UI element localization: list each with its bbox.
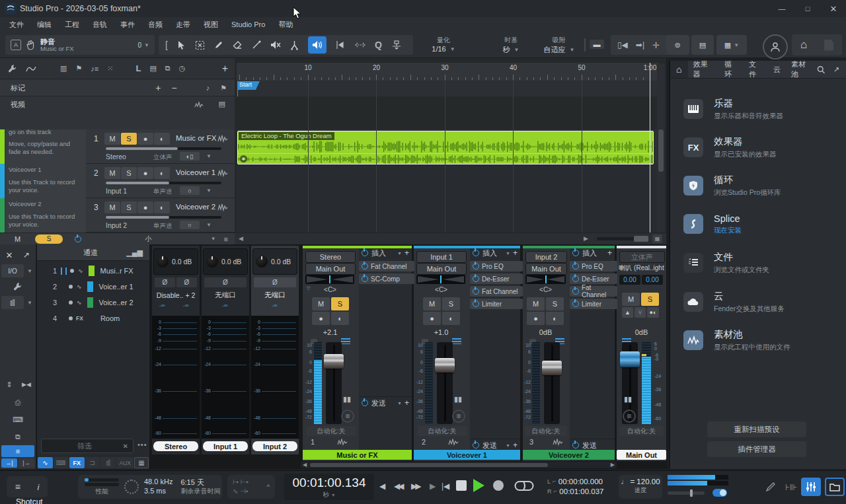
filter-more-button[interactable]: ••• [137,441,147,449]
arrow-tool[interactable] [177,40,186,50]
browser-tab-loops[interactable]: 循环 [719,59,744,79]
input-strip-name[interactable]: Input 1 [203,441,248,451]
levels-icon[interactable]: ▁▄▆ [126,248,143,257]
channel-mode-icon[interactable]: ▥ [341,410,354,423]
insert-slot[interactable]: Fat Channel [359,261,414,271]
track-notes[interactable]: Voiceover 2 Use this Track to record you… [5,198,86,233]
inserts-header[interactable]: 插入 ▼ + [359,247,412,259]
mainout-gain-value[interactable]: 0dB [617,328,666,336]
channel-monitor-button[interactable]: ◐ [546,312,564,325]
fast-forward-button[interactable]: ▶▶ [411,482,419,491]
insert-power-icon[interactable] [572,288,579,295]
browser-home-tab[interactable]: ⌂ [670,61,688,78]
ripple-icon[interactable]: ➡| [636,40,644,50]
add-insert-button[interactable]: + [404,248,409,258]
channel-mute-button[interactable]: M [312,297,330,310]
insert-slot[interactable]: De-Esser [470,273,523,284]
input-port-label[interactable]: 无端口 [251,291,299,300]
mixer-hscroll-handle[interactable] [310,463,548,467]
mainout-metronome-button[interactable]: ⑂ [634,307,646,318]
insert-power-icon[interactable] [362,275,368,282]
mixer-hscrollbar[interactable]: ◀ ▶ [301,462,617,468]
channel-record-button[interactable]: ● [423,312,441,325]
pan-control[interactable] [525,275,566,284]
eraser-tool[interactable] [233,41,243,50]
pencil-quick-icon[interactable] [765,482,776,492]
bend-tool[interactable] [252,40,261,50]
channel-list-button-active[interactable]: ≡ [1,445,34,457]
phase-invert-left[interactable]: Ø [155,277,175,287]
insert-power-icon[interactable] [473,288,479,295]
inserts-header[interactable]: 插入 ▼ + [470,247,520,259]
track-levels-icon[interactable]: ⊦⊪ [785,482,797,492]
track-edit-icon[interactable]: ▯◀ [617,40,628,50]
track-monitor-button[interactable]: ◐ [154,167,170,179]
layers-view-icon[interactable]: ⧉ [1,429,34,444]
menu-help[interactable]: 帮助 [272,20,299,30]
zoom-slider-handle[interactable] [634,236,648,242]
channel-filter-box[interactable]: 筛选 ✕ [41,439,134,453]
browser-tab-pool[interactable]: 素材池 [786,59,817,79]
mute-tool-dropdown[interactable]: ▼ [144,42,149,48]
inserts-power-icon[interactable] [473,250,479,256]
sends-power-icon[interactable] [362,400,368,406]
browser-item-instruments[interactable]: 乐器 显示乐器和音符效果器 [683,98,835,120]
phase-invert[interactable]: Ø [204,277,247,287]
channel-fader-slot[interactable] [437,342,453,424]
insert-slot[interactable]: Fat Channel [470,286,523,297]
stereo-pair-icon[interactable]: ▮▮ [343,395,351,404]
mixer-io-button[interactable]: I/O [1,264,24,277]
track-mute-button[interactable]: M [104,167,120,179]
tempo-clock-icon[interactable]: ◷ [179,64,186,73]
filter-instrument-button[interactable]: ⌨ [54,457,69,468]
stereo-pair-icon[interactable]: ▮▮ [624,395,632,404]
marker-note-icon[interactable]: ♪ [206,84,210,92]
channel-record-button[interactable]: ● [527,312,545,325]
connector-icon[interactable]: ⧉ [165,64,171,73]
browser-item-splice[interactable]: Splice 现在安装 [683,213,835,235]
instrument-rack-icon[interactable]: ⎙ [1,395,34,410]
menu-audio[interactable]: 音频 [141,20,169,30]
track-io-dropdown[interactable]: ▼ [206,153,212,159]
meter-view-icon[interactable]: ▥ [60,64,67,73]
menu-file[interactable]: 文件 [3,20,30,30]
mixer-detach-button[interactable]: ↗ [19,248,34,262]
channel-monitor-button[interactable]: ◐ [331,312,349,325]
snap-dropdown[interactable]: ▼ [570,47,575,53]
filter-clear-icon[interactable]: ✕ [123,443,128,450]
mixer-hscroll-right[interactable]: ▶ [611,462,615,468]
return-to-start-button[interactable]: |◀ [442,482,449,491]
global-solo-button[interactable]: S [35,234,63,244]
mainout-swap-button[interactable]: ●◐ [647,307,659,318]
minimize-button[interactable]: — [772,0,792,17]
add-insert-button[interactable]: + [513,248,518,258]
browser-item-link[interactable]: 现在安装 [714,226,742,235]
crossfade-icon[interactable]: ✛ [652,40,660,50]
track-wave-icon[interactable] [217,169,228,177]
track-io-name[interactable]: Input 2 [106,221,127,229]
sends-dropdown[interactable]: ▼ [397,401,402,406]
stop-button[interactable] [456,480,467,491]
compressor-panel-button[interactable]: ⊜ [666,35,689,55]
filter-fx-button[interactable]: FX [69,457,85,468]
browser-item-effects[interactable]: FX 效果器 显示已安装的效果器 [683,136,835,159]
channel-fader-slot[interactable] [544,342,560,424]
quantize-value[interactable]: 1/16 [432,45,445,53]
automation-button[interactable]: 自动化:关 [619,426,664,436]
input-gain-knob[interactable] [157,256,169,268]
pencil-tool[interactable] [214,40,223,50]
automation-button[interactable]: 自动化:关 [525,426,567,436]
channel-record-button[interactable]: ● [312,312,330,325]
filter-aux-button[interactable]: AUX [116,457,134,468]
mixer-faders-dropdown[interactable]: ▼ [25,296,34,309]
browser-tab-instruments[interactable]: 效果器 [688,59,719,79]
track-record-button[interactable]: ● [137,167,153,179]
track-io-name[interactable]: Input 1 [106,187,127,195]
mixer-faders-button[interactable]: ⫾⫿ [1,296,24,309]
mute-tool-group[interactable]: A 静音 Music or FX 0 ▼ [5,35,155,55]
track-solo-button[interactable]: S [121,167,137,179]
channel-solo-button[interactable]: S [442,297,460,310]
mute-tool-icon[interactable] [270,40,281,50]
grid-panel-button[interactable]: ▦ ▼ [716,35,747,55]
inserts-dropdown[interactable]: ▼ [397,251,402,256]
